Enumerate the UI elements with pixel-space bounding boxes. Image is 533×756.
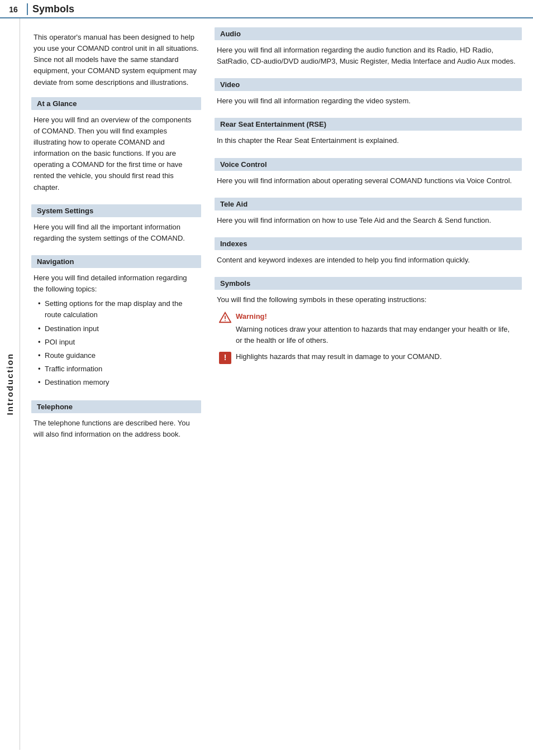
- section-indexes: Indexes Content and keyword indexes are …: [215, 237, 522, 266]
- section-body-indexes: Content and keyword indexes are intended…: [215, 255, 522, 266]
- section-header-voice-control: Voice Control: [215, 158, 522, 171]
- section-video: Video Here you will find all information…: [215, 78, 522, 107]
- section-header-symbols: Symbols: [215, 277, 522, 290]
- hazard-exclamation-icon: !: [219, 352, 231, 364]
- intro-text: This operator's manual has been designed…: [31, 27, 201, 97]
- warning-label: Warning!: [236, 311, 517, 322]
- content-area: This operator's manual has been designed…: [20, 18, 533, 750]
- list-item: POI input: [38, 336, 199, 349]
- page-header: 16 Symbols: [0, 0, 533, 18]
- section-voice-control: Voice Control Here you will find informa…: [215, 158, 522, 186]
- warning-box: Warning! Warning notices draw your atten…: [219, 311, 517, 346]
- section-symbols: Symbols You will find the following symb…: [215, 277, 522, 367]
- list-item: Destination input: [38, 322, 199, 336]
- section-body-tele-aid: Here you will find information on how to…: [215, 215, 522, 226]
- hazard-box: ! Highlights hazards that may result in …: [219, 351, 517, 364]
- section-header-navigation: Navigation: [31, 255, 201, 268]
- symbols-intro-text: You will find the following symbols in t…: [217, 295, 426, 304]
- right-column: Audio Here you will find all information…: [210, 27, 533, 741]
- section-body-rse: In this chapter the Rear Seat Entertainm…: [215, 135, 522, 146]
- section-body-symbols: You will find the following symbols in t…: [215, 294, 522, 364]
- section-body-video: Here you will find all information regar…: [215, 95, 522, 107]
- section-body-at-a-glance: Here you will find an overview of the co…: [31, 114, 201, 193]
- list-item: Traffic information: [38, 362, 199, 376]
- section-header-at-a-glance: At a Glance: [31, 97, 201, 110]
- section-navigation: Navigation Here you will find detailed i…: [31, 255, 201, 389]
- section-rear-seat-entertainment: Rear Seat Entertainment (RSE) In this ch…: [215, 118, 522, 146]
- section-body-audio: Here you will find all information regar…: [215, 45, 522, 67]
- warning-text: Warning notices draw your attention to h…: [236, 324, 517, 346]
- section-header-rse: Rear Seat Entertainment (RSE): [215, 118, 522, 131]
- hazard-text: Highlights hazards that may result in da…: [236, 351, 517, 362]
- warning-triangle-icon: [219, 312, 231, 324]
- sidebar-label-text: Introduction: [5, 353, 15, 415]
- section-tele-aid: Tele Aid Here you will find information …: [215, 198, 522, 226]
- list-item: Destination memory: [38, 376, 199, 389]
- sidebar-label: Introduction: [0, 18, 20, 750]
- section-telephone: Telephone The telephone functions are de…: [31, 400, 201, 440]
- section-body-telephone: The telephone functions are described he…: [31, 418, 201, 440]
- list-item: Setting options for the map display and …: [38, 297, 199, 322]
- section-system-settings: System Settings Here you will find all t…: [31, 204, 201, 244]
- navigation-list: Setting options for the map display and …: [34, 297, 199, 389]
- section-header-system-settings: System Settings: [31, 204, 201, 217]
- section-body-voice-control: Here you will find information about ope…: [215, 175, 522, 186]
- warning-content: Warning! Warning notices draw your atten…: [236, 311, 517, 346]
- left-column: This operator's manual has been designed…: [20, 27, 210, 741]
- svg-point-1: [225, 320, 226, 321]
- section-body-navigation: Here you will find detailed information …: [31, 272, 201, 389]
- section-header-indexes: Indexes: [215, 237, 522, 250]
- section-at-a-glance: At a Glance Here you will find an overvi…: [31, 97, 201, 193]
- section-body-system-settings: Here you will find all the important inf…: [31, 222, 201, 244]
- section-header-video: Video: [215, 78, 522, 91]
- main-layout: Introduction This operator's manual has …: [0, 18, 533, 750]
- page-number: 16: [0, 5, 27, 14]
- list-item: Route guidance: [38, 349, 199, 362]
- navigation-intro-text: Here you will find detailed information …: [34, 274, 187, 293]
- section-header-telephone: Telephone: [31, 400, 201, 413]
- section-header-tele-aid: Tele Aid: [215, 198, 522, 210]
- page-title: Symbols: [27, 3, 74, 15]
- section-audio: Audio Here you will find all information…: [215, 27, 522, 67]
- section-header-audio: Audio: [215, 27, 522, 40]
